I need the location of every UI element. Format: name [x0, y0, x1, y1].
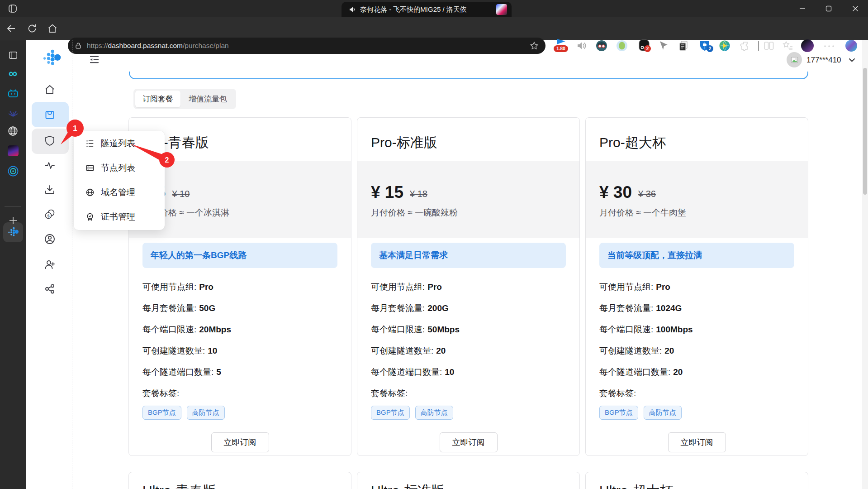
plan-feature: 每个端口限速:100Mbps: [599, 319, 794, 340]
browser-tab[interactable]: 奈何花落 - 飞不快的MIG25 / 洛天依: [342, 2, 512, 17]
menu-item-domain-management[interactable]: 域名管理: [74, 180, 165, 205]
idm-extension-icon[interactable]: [719, 40, 730, 52]
feature-value: 20: [436, 346, 446, 356]
speaker-icon[interactable]: [576, 40, 587, 51]
active-tab-passnat[interactable]: [3, 222, 23, 242]
copilot-icon[interactable]: [845, 40, 857, 52]
tab-actions-icon[interactable]: [0, 50, 26, 60]
plan-title: Pro-超大杯: [599, 136, 794, 149]
tag-chip: BGP节点: [142, 406, 181, 420]
chevron-down-icon[interactable]: [849, 58, 855, 62]
new-tab-icon[interactable]: [0, 216, 26, 225]
screen: 奈何花落 - 飞不快的MIG25 / 洛天依: [0, 0, 868, 489]
avatar-extension-icon[interactable]: [596, 40, 607, 52]
account-nav-icon[interactable]: [44, 233, 56, 245]
flag-badge: 1.80: [554, 45, 568, 52]
favorites-hub-icon[interactable]: [782, 40, 794, 51]
globe-tab-icon[interactable]: [0, 125, 26, 137]
feature-value: 1024G: [656, 303, 682, 313]
back-icon[interactable]: [6, 23, 17, 34]
vertical-tab-bar: ∞: [0, 40, 26, 489]
toolbar-divider: [758, 41, 759, 51]
circles-tab-icon[interactable]: [0, 165, 26, 177]
plan-features: 可使用节点组:Pro 每月套餐流量:1024G 每个端口限速:100Mbps 可…: [599, 276, 794, 404]
refresh-icon[interactable]: [27, 23, 38, 34]
plan-tags: BGP节点 高防节点: [142, 406, 337, 420]
marker-1: 1: [73, 124, 77, 133]
plan-feature: 每个隧道端口数量:10: [371, 361, 566, 383]
invite-nav-icon[interactable]: [44, 259, 56, 270]
menu-item-certificate-management[interactable]: 证书管理: [74, 205, 165, 229]
tab-addon-traffic[interactable]: 增值流量包: [181, 91, 234, 107]
tab-subscription-plans[interactable]: 订阅套餐: [135, 91, 180, 107]
billing-nav-icon[interactable]: $: [44, 208, 56, 220]
pages-extension-icon[interactable]: [678, 40, 689, 52]
arrow-extension-icon[interactable]: [658, 40, 669, 52]
profile-avatar-icon[interactable]: [801, 39, 814, 52]
plan-highlight: 基本满足日常需求: [371, 243, 566, 268]
home-nav-icon[interactable]: [44, 84, 56, 96]
feature-label: 可使用节点组:: [599, 281, 653, 293]
tags-label: 套餐标签:: [371, 388, 408, 399]
username[interactable]: 177***410: [806, 56, 841, 65]
feature-label: 每个隧道端口数量:: [142, 366, 213, 378]
page-scrollbar-thumb[interactable]: [863, 68, 867, 195]
url-bar[interactable]: https://dashboard.passnat.com/purchase/p…: [68, 38, 545, 54]
taskbar-divider: [5, 206, 21, 207]
user-avatar[interactable]: [787, 52, 802, 67]
subscribe-button[interactable]: 立即订阅: [211, 432, 269, 452]
download-nav-icon[interactable]: [44, 184, 56, 196]
tab-title: 奈何花落 - 飞不快的MIG25 / 洛天依: [360, 5, 492, 14]
extensions-puzzle-icon[interactable]: [739, 40, 751, 52]
tab-audio-icon[interactable]: [349, 6, 356, 13]
plan-highlight: 当前等级顶配，直接拉满: [599, 243, 794, 268]
collapse-menu-icon[interactable]: [89, 54, 100, 65]
url-text: https://dashboard.passnat.com/purchase/p…: [87, 42, 529, 50]
feature-value: 200G: [427, 303, 448, 313]
feature-value: 100Mbps: [656, 325, 693, 335]
plan-feature: 可使用节点组:Pro: [599, 276, 794, 297]
subscribe-button[interactable]: 立即订阅: [668, 432, 726, 452]
minimize-button[interactable]: [799, 5, 806, 12]
home-icon[interactable]: [47, 23, 58, 34]
feature-label: 可创建隧道数量:: [142, 345, 205, 357]
subscribe-button[interactable]: 立即订阅: [440, 432, 498, 452]
browser-toolbar: https://dashboard.passnat.com/purchase/p…: [0, 17, 868, 40]
tag-chip: 高防节点: [644, 406, 682, 420]
annotation-markers: 1 2: [45, 113, 190, 177]
infinity-tab-icon[interactable]: ∞: [0, 67, 26, 80]
tags-label: 套餐标签:: [142, 388, 179, 399]
plan-price-section: ¥ 30 ¥ 36 月付价格 ≈ 一个牛肉堡: [586, 161, 808, 238]
plan-title: Ultra-标准版: [371, 484, 566, 489]
feature-label: 每个端口限速:: [599, 324, 653, 336]
feature-label: 每月套餐流量:: [142, 302, 196, 314]
plan-title: Ultra-超大杯: [599, 484, 794, 489]
favorite-star-icon[interactable]: [529, 41, 539, 51]
feature-label: 每月套餐流量:: [371, 302, 425, 314]
bilibili-tab-icon[interactable]: [0, 88, 26, 99]
tag-chip: BGP节点: [599, 406, 638, 420]
close-button[interactable]: [852, 5, 859, 12]
plan-feature: 每月套餐流量:200G: [371, 297, 566, 319]
plan-price: ¥ 15: [371, 184, 403, 201]
more-menu-icon[interactable]: [823, 44, 835, 48]
sidebar-divider: [72, 40, 72, 489]
avatar-tab-icon[interactable]: [0, 145, 26, 156]
dot-extension-icon[interactable]: [616, 40, 628, 52]
workspaces-icon[interactable]: [7, 3, 18, 14]
feature-label: 每个隧道端口数量:: [371, 366, 442, 378]
plan-price-note: 月付价格 ≈ 一碗酸辣粉: [371, 207, 566, 219]
spark-tab-icon[interactable]: [0, 107, 26, 118]
tags-label: 套餐标签:: [599, 388, 636, 399]
tab-thumbnail: [496, 4, 507, 15]
passnat-logo: [42, 48, 62, 68]
plan-feature: 每个端口限速:20Mbps: [142, 319, 337, 340]
plan-tags: BGP节点 高防节点: [599, 406, 794, 420]
plan-features: 可使用节点组:Pro 每月套餐流量:200G 每个端口限速:50Mbps 可创建…: [371, 276, 566, 404]
plan-feature: 可创建隧道数量:10: [142, 340, 337, 361]
maximize-button[interactable]: [825, 5, 832, 12]
share-nav-icon[interactable]: [44, 283, 56, 295]
feature-value: 20: [664, 346, 674, 356]
lock-icon[interactable]: [74, 42, 82, 50]
split-screen-icon[interactable]: [764, 40, 774, 51]
